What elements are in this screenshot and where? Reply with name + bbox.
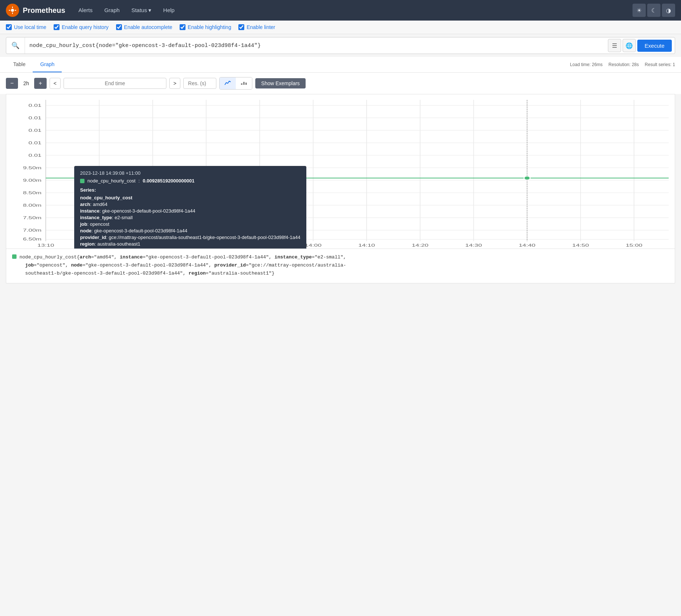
query-history-button[interactable]: ☰ [608,39,621,52]
chart-container: 0.01 0.01 0.01 0.01 0.01 9.50m 9.00m 8.5… [6,94,675,249]
svg-text:0.01: 0.01 [29,116,42,120]
use-local-time-checkbox[interactable]: Use local time [6,24,46,30]
search-actions: ☰ 🌐 Execute [605,37,675,54]
svg-text:14:40: 14:40 [519,243,535,247]
svg-text:13:50: 13:50 [251,243,268,247]
stacked-chart-button[interactable] [236,77,252,89]
svg-text:9.00m: 9.00m [23,178,42,182]
svg-text:13:20: 13:20 [91,243,107,247]
chart-svg: 0.01 0.01 0.01 0.01 0.01 9.50m 9.00m 8.5… [6,94,675,249]
dark-mode-icon[interactable]: ☾ [647,4,660,17]
svg-text:0.01: 0.01 [29,128,42,133]
svg-point-1 [11,9,14,12]
tab-graph[interactable]: Graph [33,57,62,72]
search-input[interactable] [25,37,605,54]
enable-query-history-checkbox[interactable]: Enable query history [54,24,109,30]
navbar-links: Alerts Graph Status Help [74,4,179,17]
svg-rect-7 [243,82,245,85]
tab-meta: Load time: 26ms Resolution: 28s Result s… [570,62,675,67]
light-mode-icon[interactable]: ☀ [633,4,646,17]
resolution: Resolution: 28s [609,62,639,67]
theme-icons: ☀ ☾ ◑ [633,4,675,17]
svg-text:6.50m: 6.50m [23,237,42,241]
resolution-input[interactable] [183,78,216,89]
svg-text:14:10: 14:10 [358,243,375,247]
svg-rect-9 [6,94,675,249]
svg-text:8.00m: 8.00m [23,203,42,207]
toolbar: Use local time Enable query history Enab… [0,21,681,34]
svg-rect-4 [9,10,10,11]
chart-inner: 0.01 0.01 0.01 0.01 0.01 9.50m 9.00m 8.5… [6,94,675,249]
svg-text:14:20: 14:20 [412,243,428,247]
legend-item[interactable]: node_cpu_hourly_cost{arch="amd64", insta… [12,253,669,277]
system-mode-icon[interactable]: ◑ [662,4,675,17]
end-time-input[interactable] [64,78,166,89]
line-chart-button[interactable] [220,77,236,89]
svg-text:0.01: 0.01 [29,141,42,145]
nav-status[interactable]: Status [127,4,156,17]
svg-text:7.00m: 7.00m [23,228,42,232]
svg-text:13:10: 13:10 [37,243,54,247]
svg-rect-2 [12,7,13,8]
load-time: Load time: 26ms [570,62,603,67]
legend-text: node_cpu_hourly_cost{arch="amd64", insta… [19,253,669,277]
search-bar: 🔍 ☰ 🌐 Execute [6,37,675,54]
show-exemplars-button[interactable]: Show Exemplars [255,78,306,88]
svg-text:9.50m: 9.50m [23,166,42,170]
next-time-button[interactable]: > [169,78,180,89]
app-title: Prometheus [23,6,65,15]
legend-color-dot [12,254,17,259]
svg-text:14:50: 14:50 [572,243,589,247]
logo [6,4,19,17]
brand: Prometheus [6,4,65,17]
nav-graph[interactable]: Graph [100,4,124,17]
svg-rect-8 [245,83,247,85]
svg-text:15:00: 15:00 [626,243,642,247]
svg-text:13:30: 13:30 [144,243,161,247]
nav-alerts[interactable]: Alerts [74,4,97,17]
svg-text:13:40: 13:40 [198,243,215,247]
svg-point-48 [524,176,530,180]
svg-text:8.50m: 8.50m [23,191,42,195]
zoom-out-button[interactable]: − [6,78,18,89]
prev-time-button[interactable]: < [50,78,61,89]
graph-controls: − 2h + < > Show Exemplars [0,73,681,94]
nav-help[interactable]: Help [159,4,179,17]
svg-text:0.01: 0.01 [29,103,42,108]
enable-highlighting-checkbox[interactable]: Enable highlighting [180,24,231,30]
tabs: Table Graph [6,57,62,72]
legend: node_cpu_hourly_cost{arch="amd64", insta… [6,249,675,283]
svg-rect-5 [15,10,16,11]
search-icon: 🔍 [6,37,25,54]
metrics-button[interactable]: 🌐 [623,39,636,52]
svg-text:7.50m: 7.50m [23,215,42,220]
tab-table[interactable]: Table [6,57,33,72]
navbar: Prometheus Alerts Graph Status Help ☀ ☾ … [0,0,681,21]
svg-rect-3 [12,12,13,14]
time-range-label: 2h [21,80,31,86]
execute-button[interactable]: Execute [637,40,672,52]
tabs-row: Table Graph Load time: 26ms Resolution: … [0,57,681,73]
zoom-in-button[interactable]: + [34,78,46,89]
svg-text:0.01: 0.01 [29,153,42,157]
enable-linter-checkbox[interactable]: Enable linter [238,24,275,30]
svg-text:14:30: 14:30 [465,243,482,247]
result-series: Result series: 1 [645,62,675,67]
chart-type-buttons [219,77,252,90]
svg-rect-6 [241,83,242,85]
enable-autocomplete-checkbox[interactable]: Enable autocomplete [116,24,173,30]
svg-text:14:00: 14:00 [305,243,321,247]
